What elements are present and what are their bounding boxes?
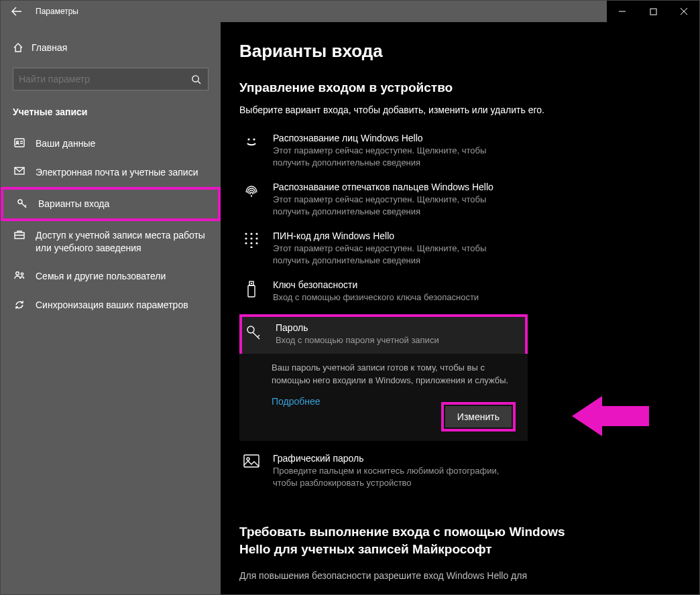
manage-title: Управление входом в устройство	[239, 80, 668, 95]
svg-point-19	[255, 243, 257, 245]
svg-point-20	[250, 247, 252, 249]
nav-label: Синхронизация ваших параметров	[36, 299, 188, 312]
section-title: Учетные записи	[1, 97, 221, 124]
svg-point-18	[250, 243, 252, 245]
home-label: Главная	[32, 42, 67, 53]
nav-label: Доступ к учетной записи места работы или…	[36, 229, 209, 255]
option-title: Пароль	[276, 322, 439, 333]
option-desc: Вход с помощью пароля учетной записи	[276, 334, 439, 346]
password-panel: Ваш пароль учетной записи готов к тому, …	[239, 354, 528, 441]
svg-point-8	[21, 273, 23, 275]
option-desc: Вход с помощью физического ключа безопас…	[273, 291, 479, 304]
maximize-button[interactable]	[638, 1, 668, 22]
option-fingerprint[interactable]: Распознавание отпечатков пальцев Windows…	[239, 176, 528, 225]
search-box[interactable]	[13, 68, 209, 90]
titlebar: Параметры	[1, 1, 699, 22]
option-security-key[interactable]: Ключ безопасности Вход с помощью физичес…	[239, 274, 528, 312]
option-title: Графический пароль	[273, 453, 525, 464]
option-title: ПИН-код для Windows Hello	[273, 230, 525, 241]
svg-rect-0	[650, 9, 656, 15]
nav-work-school[interactable]: Доступ к учетной записи места работы или…	[1, 221, 221, 263]
people-icon	[13, 270, 26, 280]
main-scroll[interactable]: Варианты входа Управление входом в устро…	[221, 22, 699, 594]
nav-label: Ваши данные	[36, 137, 95, 150]
learn-more-link[interactable]: Подробнее	[272, 396, 320, 407]
window-title: Параметры	[33, 7, 607, 16]
id-card-icon	[13, 137, 26, 147]
sidebar: Главная Учетные записи Ваши данные Элект…	[1, 22, 221, 594]
key-icon	[15, 198, 29, 209]
key-icon	[245, 322, 264, 346]
nav-email-accounts[interactable]: Электронная почта и учетные записи	[1, 158, 221, 187]
nav-sync[interactable]: Синхронизация ваших параметров	[1, 291, 221, 320]
password-panel-text: Ваш пароль учетной записи готов к тому, …	[272, 362, 516, 386]
face-icon	[242, 133, 261, 168]
home-link[interactable]: Главная	[1, 37, 221, 58]
option-desc: Этот параметр сейчас недоступен. Щелкнит…	[273, 194, 525, 217]
option-title: Распознавание лиц Windows Hello	[273, 133, 525, 143]
svg-point-7	[16, 272, 19, 275]
main: Варианты входа Управление входом в устро…	[221, 22, 699, 594]
svg-point-12	[250, 233, 252, 235]
svg-point-15	[250, 238, 252, 240]
mail-icon	[13, 166, 26, 175]
option-pin[interactable]: ПИН-код для Windows Hello Этот параметр …	[239, 225, 528, 274]
svg-point-24	[247, 326, 254, 333]
svg-point-3	[17, 141, 19, 143]
nav-label: Электронная почта и учетные записи	[36, 166, 198, 179]
option-desc: Проведите пальцем и коснитесь любимой фо…	[273, 465, 525, 488]
back-button[interactable]	[1, 1, 33, 22]
nav-your-info[interactable]: Ваши данные	[1, 129, 221, 158]
svg-point-17	[245, 243, 247, 245]
require-hello-desc: Для повышения безопасности разрешите вхо…	[239, 570, 601, 581]
nav-signin-options[interactable]: Варианты входа	[1, 187, 221, 221]
option-desc: Этот параметр сейчас недоступен. Щелкнит…	[273, 243, 525, 266]
picture-icon	[242, 453, 261, 488]
option-face[interactable]: Распознавание лиц Windows Hello Этот пар…	[239, 127, 528, 176]
usb-key-icon	[242, 279, 261, 304]
close-button[interactable]	[668, 1, 699, 22]
svg-point-9	[247, 138, 249, 140]
page-title: Варианты входа	[239, 41, 699, 62]
keypad-icon	[242, 230, 261, 266]
manage-desc: Выберите вариант входа, чтобы добавить, …	[239, 105, 668, 115]
svg-point-11	[245, 233, 247, 235]
sync-icon	[13, 299, 26, 310]
option-picture-password[interactable]: Графический пароль Проведите пальцем и к…	[239, 448, 528, 497]
svg-point-14	[245, 238, 247, 240]
nav-label: Семья и другие пользователи	[36, 270, 166, 283]
change-button[interactable]: Изменить	[445, 406, 512, 427]
svg-point-10	[253, 138, 255, 140]
minimize-button[interactable]	[607, 1, 638, 22]
search-input[interactable]	[19, 74, 189, 84]
option-title: Ключ безопасности	[273, 279, 479, 290]
svg-rect-25	[244, 455, 259, 467]
svg-rect-23	[251, 283, 252, 284]
nav-family[interactable]: Семья и другие пользователи	[1, 262, 221, 291]
svg-point-13	[255, 233, 257, 235]
search-icon	[189, 74, 202, 84]
change-button-highlight: Изменить	[441, 402, 516, 432]
home-icon	[13, 42, 32, 53]
option-title: Распознавание отпечатков пальцев Windows…	[273, 182, 525, 192]
fingerprint-icon	[242, 182, 261, 217]
svg-point-26	[247, 458, 249, 460]
briefcase-icon	[13, 229, 26, 239]
svg-point-1	[192, 75, 198, 81]
option-password[interactable]: Пароль Вход с помощью пароля учетной зап…	[239, 314, 528, 357]
option-desc: Этот параметр сейчас недоступен. Щелкнит…	[273, 145, 525, 168]
svg-point-16	[255, 238, 257, 240]
require-hello-title: Требовать выполнение входа с помощью Win…	[239, 523, 588, 557]
nav-label: Варианты входа	[38, 198, 109, 210]
svg-rect-22	[248, 285, 255, 297]
